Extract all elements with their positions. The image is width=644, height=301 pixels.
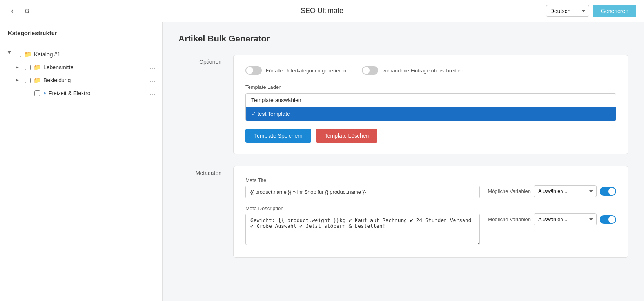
toggle-label-2: vorhandene Einträge überschreiben xyxy=(382,68,463,74)
tree-checkbox-lebensmittel[interactable] xyxy=(25,65,31,70)
meta-titel-row: Meta Titel Mögliche Variablen Auswählen … xyxy=(245,177,616,198)
template-dropdown-wrapper: Template auswählen test Template xyxy=(245,93,616,121)
toggle-group-1: Für alle Unterkategorien generieren xyxy=(245,66,346,75)
settings-button[interactable]: ⚙ xyxy=(21,5,33,16)
tree-label-bekleidung: Bekleidung xyxy=(44,77,147,83)
chevron-icon[interactable]: ▶ xyxy=(7,51,12,58)
tree-item-katalog1[interactable]: ▶ 📁 Katalog #1 … xyxy=(0,48,162,61)
optionen-content: Für alle Unterkategorien generieren vorh… xyxy=(233,55,628,154)
template-dropdown-list: Template auswählen test Template xyxy=(245,93,616,121)
metadaten-label: Metadaten xyxy=(178,166,221,258)
tree-label-freizeit: Freizeit & Elektro xyxy=(49,90,147,96)
template-buttons-row: Template Speichern Template Löschen xyxy=(245,129,616,143)
var-select-1[interactable]: Auswählen ... xyxy=(534,185,597,197)
tree-checkbox-freizeit[interactable] xyxy=(34,90,40,96)
more-button-freizeit[interactable]: … xyxy=(147,89,158,97)
tree-label-lebensmittel: Lebensmittel xyxy=(44,64,147,70)
dot-icon: ● xyxy=(43,90,46,96)
meta-desc-row: Meta Description Gewicht: {{ product.wei… xyxy=(245,205,616,246)
header-left: ‹ ⚙ xyxy=(8,5,33,16)
meta-titel-label: Meta Titel xyxy=(245,177,480,183)
more-button-lebensmittel[interactable]: … xyxy=(147,63,158,71)
sidebar-title: Kategoriestruktur xyxy=(0,30,162,43)
sidebar: Kategoriestruktur ▶ 📁 Katalog #1 … ▶ 📁 L… xyxy=(0,22,163,301)
toggle-unterkategorien[interactable] xyxy=(245,66,262,75)
page-title: Artikel Bulk Generator xyxy=(178,34,628,44)
meta-desc-textarea[interactable]: Gewicht: {{ product.weight }}kg ✔ Kauf a… xyxy=(245,214,480,245)
optionen-section: Optionen Für alle Unterkategorien generi… xyxy=(178,55,628,154)
metadaten-content: Meta Titel Mögliche Variablen Auswählen … xyxy=(233,166,628,258)
main-content: Artikel Bulk Generator Optionen Für alle… xyxy=(163,22,644,301)
var-select-2[interactable]: Auswählen ... xyxy=(534,213,597,225)
meta-titel-var-group: Mögliche Variablen Auswählen ... xyxy=(488,177,616,197)
language-select[interactable]: Deutsch English Français xyxy=(546,5,589,17)
dropdown-option-2[interactable]: test Template xyxy=(246,107,616,121)
tree-item-lebensmittel[interactable]: ▶ 📁 Lebensmittel … xyxy=(0,61,162,74)
folder-icon: 📁 xyxy=(34,64,41,71)
tree-checkbox-katalog1[interactable] xyxy=(16,52,21,57)
toggle-label-1: Für alle Unterkategorien generieren xyxy=(266,68,346,74)
metadaten-section: Metadaten Meta Titel Mögliche Variablen … xyxy=(178,166,628,258)
chevron-icon[interactable]: ▶ xyxy=(16,78,22,82)
chevron-icon[interactable]: ▶ xyxy=(16,65,22,69)
meta-desc-label: Meta Description xyxy=(245,205,480,211)
folder-icon: 📁 xyxy=(24,51,32,58)
more-button-katalog1[interactable]: … xyxy=(147,50,158,58)
meta-desc-var-group: Mögliche Variablen Auswählen ... xyxy=(488,205,616,225)
toggle-group-2: vorhandene Einträge überschreiben xyxy=(362,66,463,75)
template-delete-button[interactable]: Template Löschen xyxy=(316,129,378,143)
more-button-bekleidung[interactable]: … xyxy=(147,76,158,84)
tree-item-freizeit[interactable]: ▶ ● Freizeit & Elektro … xyxy=(0,87,162,99)
options-toggles-row: Für alle Unterkategorien generieren vorh… xyxy=(245,66,616,75)
template-save-button[interactable]: Template Speichern xyxy=(245,129,311,143)
header-title: SEO Ultimate xyxy=(301,7,343,15)
template-label: Template Laden xyxy=(245,84,616,90)
toggle-meta-desc[interactable] xyxy=(600,215,616,224)
header: ‹ ⚙ SEO Ultimate Deutsch English Françai… xyxy=(0,0,644,22)
meta-titel-input[interactable] xyxy=(245,186,480,198)
tree-checkbox-bekleidung[interactable] xyxy=(25,78,31,83)
tree-item-bekleidung[interactable]: ▶ 📁 Bekleidung … xyxy=(0,74,162,87)
generate-button[interactable]: Generieren xyxy=(593,5,636,17)
toggle-meta-titel[interactable] xyxy=(600,187,616,196)
meta-titel-group: Meta Titel xyxy=(245,177,480,198)
var-label-2: Mögliche Variablen xyxy=(488,216,531,222)
folder-icon: 📁 xyxy=(34,77,41,84)
back-button[interactable]: ‹ xyxy=(8,5,16,16)
var-label-1: Mögliche Variablen xyxy=(488,188,531,194)
header-right: Deutsch English Français Generieren xyxy=(546,5,636,17)
toggle-ueberschreiben[interactable] xyxy=(362,66,378,75)
layout: Kategoriestruktur ▶ 📁 Katalog #1 … ▶ 📁 L… xyxy=(0,22,644,301)
dropdown-option-1[interactable]: Template auswählen xyxy=(246,94,616,107)
optionen-label: Optionen xyxy=(178,55,221,154)
meta-desc-group: Meta Description Gewicht: {{ product.wei… xyxy=(245,205,480,246)
template-section: Template Laden Template auswählen test T… xyxy=(245,84,616,121)
tree-label-katalog1: Katalog #1 xyxy=(34,51,147,58)
